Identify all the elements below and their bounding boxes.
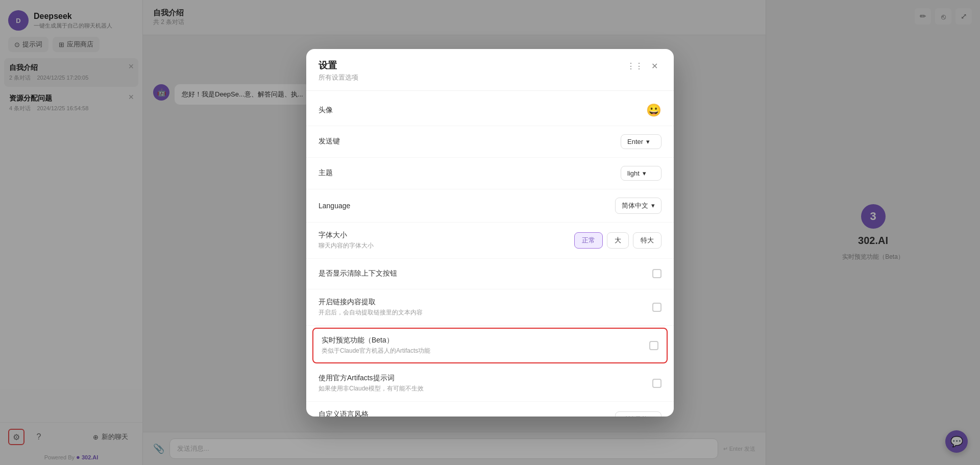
settings-row-theme: 主题 light ▾ (306, 158, 674, 189)
avatar-right: 😀 (646, 103, 662, 117)
customstyle-select[interactable]: 默认风格 ▾ (615, 411, 662, 417)
language-label: Language (318, 202, 350, 210)
linkfetch-label-block: 开启链接内容提取 开启后，会自动提取链接里的文本内容 (318, 298, 423, 317)
language-select[interactable]: 简体中文 ▾ (615, 198, 662, 214)
artifacts-checkbox[interactable] (652, 379, 662, 388)
language-right: 简体中文 ▾ (615, 198, 662, 214)
font-size-large[interactable]: 大 (607, 232, 629, 249)
settings-modal: 设置 所有设置选项 ⋮⋮ ✕ 头像 😀 发送键 (306, 49, 674, 417)
modal-overlay[interactable]: 设置 所有设置选项 ⋮⋮ ✕ 头像 😀 发送键 (0, 0, 980, 465)
clearbtn-right (652, 269, 662, 278)
avatar-label: 头像 (318, 106, 333, 115)
modal-title: 设置 (318, 59, 358, 71)
theme-select[interactable]: light ▾ (621, 166, 662, 181)
settings-row-fontsize: 字体大小 聊天内容的字体大小 正常 大 特大 (306, 223, 674, 259)
artifacts-right (652, 379, 662, 388)
settings-row-realtime: 实时预览功能（Beta） 类似于Claude官方机器人的Artifacts功能 (312, 328, 668, 363)
settings-row-customstyle: 自定义语言风格 设置AI输出的语言风格，支持自定义 ✎ 默认风格 ▾ (306, 402, 674, 417)
artifacts-label-block: 使用官方Artifacts提示词 如果使用非Claude模型，有可能不生效 (318, 374, 424, 393)
fontsize-right: 正常 大 特大 (574, 232, 662, 249)
chevron-down-icon: ▾ (651, 415, 655, 417)
fontsize-label-block: 字体大小 聊天内容的字体大小 (318, 231, 374, 250)
modal-subtitle: 所有设置选项 (318, 73, 358, 82)
settings-row-language: Language 简体中文 ▾ (306, 189, 674, 223)
customstyle-right: ✎ 默认风格 ▾ (597, 411, 662, 417)
font-size-xlarge[interactable]: 特大 (633, 232, 662, 249)
settings-row-clearbtn: 是否显示清除上下文按钮 (306, 259, 674, 289)
customstyle-label-block: 自定义语言风格 设置AI输出的语言风格，支持自定义 (318, 410, 416, 417)
sendkey-select[interactable]: Enter ▾ (621, 134, 662, 149)
settings-row-sendkey: 发送键 Enter ▾ (306, 126, 674, 158)
font-size-normal[interactable]: 正常 (574, 232, 603, 249)
linkfetch-checkbox[interactable] (652, 303, 662, 312)
clearbtn-checkbox[interactable] (652, 269, 662, 278)
theme-label: 主题 (318, 168, 333, 178)
chevron-down-icon: ▾ (651, 202, 655, 209)
modal-close-icon[interactable]: ✕ (647, 59, 662, 74)
settings-row-avatar: 头像 😀 (306, 95, 674, 126)
theme-right: light ▾ (621, 166, 662, 181)
modal-title-block: 设置 所有设置选项 (318, 59, 358, 82)
realtime-label-block: 实时预览功能（Beta） 类似于Claude官方机器人的Artifacts功能 (322, 336, 430, 355)
modal-header: 设置 所有设置选项 ⋮⋮ ✕ (306, 49, 674, 91)
modal-header-actions: ⋮⋮ ✕ (628, 59, 662, 74)
modal-body: 头像 😀 发送键 Enter ▾ (306, 91, 674, 417)
clearbtn-label: 是否显示清除上下文按钮 (318, 269, 397, 278)
sendkey-label: 发送键 (318, 137, 340, 146)
customstyle-edit-icon[interactable]: ✎ (597, 412, 611, 417)
sendkey-right: Enter ▾ (621, 134, 662, 149)
chevron-down-icon: ▾ (643, 169, 646, 177)
chevron-down-icon: ▾ (646, 138, 650, 145)
settings-row-linkfetch: 开启链接内容提取 开启后，会自动提取链接里的文本内容 (306, 289, 674, 326)
realtime-checkbox[interactable] (649, 341, 658, 350)
settings-row-artifacts: 使用官方Artifacts提示词 如果使用非Claude模型，有可能不生效 (306, 365, 674, 402)
linkfetch-right (652, 303, 662, 312)
realtime-right (649, 341, 658, 350)
avatar-emoji[interactable]: 😀 (646, 103, 662, 117)
modal-more-icon[interactable]: ⋮⋮ (628, 59, 642, 74)
